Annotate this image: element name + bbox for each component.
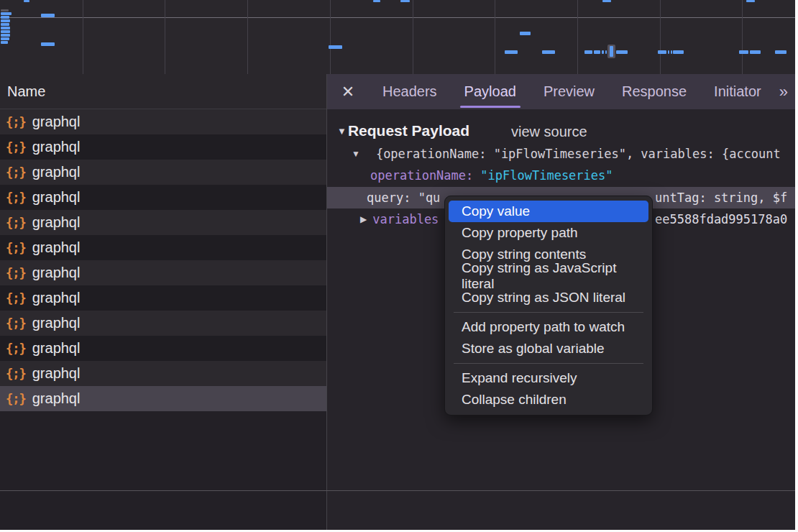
payload-preview-text: {operationName: "ipFlowTimeseries", vari…	[376, 147, 781, 161]
variables-text-after-menu: ee5588fdad995178a0	[655, 212, 787, 226]
tab-response[interactable]: Response	[613, 74, 695, 109]
menu-item-expand-recursively[interactable]: Expand recursively	[449, 367, 648, 389]
request-timing-bar	[1, 34, 10, 37]
more-tabs-icon[interactable]: »	[779, 83, 786, 101]
request-timing-bar	[605, 50, 607, 54]
menu-item-copy-value[interactable]: Copy value	[449, 201, 648, 222]
timeline-gridline	[330, 0, 331, 74]
tab-payload[interactable]: Payload	[456, 74, 525, 109]
request-timing-bar	[1, 19, 10, 22]
request-timing-bar	[1, 12, 12, 15]
network-request-row[interactable]: {;}graphql	[0, 235, 326, 260]
request-timing-bar	[41, 14, 55, 17]
request-timing-bar	[400, 0, 410, 2]
request-timing-bar	[505, 50, 518, 54]
menu-item-copy-property-path[interactable]: Copy property path	[449, 222, 648, 244]
tab-preview[interactable]: Preview	[535, 74, 603, 109]
request-name: graphql	[32, 340, 81, 357]
json-request-icon: {;}	[0, 341, 32, 356]
request-name: graphql	[32, 139, 81, 155]
request-timing-bar	[750, 50, 761, 54]
request-name: graphql	[32, 189, 81, 206]
network-overview-timeline[interactable]	[0, 0, 795, 75]
network-request-row[interactable]: {;}graphql	[0, 260, 326, 285]
request-timing-bar	[602, 50, 604, 54]
operation-name-row[interactable]: operationName: "ipFlowTimeseries"	[327, 166, 795, 185]
screenshot-background: Name {;}graphql{;}graphql{;}graphql{;}gr…	[0, 0, 798, 532]
request-name: graphql	[32, 365, 81, 382]
json-request-icon: {;}	[0, 165, 32, 180]
menu-separator	[454, 312, 643, 313]
menu-item-copy-string-as-javascript-literal[interactable]: Copy string as JavaScript literal	[449, 265, 648, 287]
request-timing-bar	[610, 46, 613, 57]
collapse-arrow-icon[interactable]: ▶	[360, 214, 367, 224]
request-timing-bar	[616, 50, 628, 54]
json-request-icon: {;}	[0, 291, 32, 306]
name-column-header[interactable]: Name	[0, 74, 326, 109]
request-name: graphql	[32, 214, 81, 231]
request-timing-bar	[658, 50, 666, 54]
request-timing-bar	[584, 50, 592, 54]
network-request-row[interactable]: {;}graphql	[0, 386, 326, 411]
network-request-row[interactable]: {;}graphql	[0, 361, 326, 386]
request-timing-bar	[1, 41, 8, 44]
right-footer	[654, 491, 795, 530]
context-menu: Copy valueCopy property pathCopy string …	[444, 196, 653, 416]
network-request-row[interactable]: {;}graphql	[0, 285, 326, 311]
network-request-row[interactable]: {;}graphql	[0, 109, 326, 134]
request-timing-bar	[41, 42, 55, 46]
request-timing-bar	[1, 23, 9, 26]
close-icon[interactable]: ✕	[337, 83, 359, 101]
request-timing-bar	[1, 37, 9, 40]
json-request-icon: {;}	[0, 115, 32, 129]
menu-item-store-as-global-variable[interactable]: Store as global variable	[449, 338, 648, 359]
network-request-row[interactable]: {;}graphql	[0, 185, 326, 210]
network-request-panel: Name {;}graphql{;}graphql{;}graphql{;}gr…	[0, 74, 326, 530]
request-timing-bar	[673, 50, 684, 54]
tab-headers[interactable]: Headers	[374, 74, 446, 109]
timeline-gridline	[660, 0, 661, 74]
json-request-icon: {;}	[0, 191, 32, 205]
details-tab-bar: ✕ HeadersPayloadPreviewResponseInitiator…	[327, 74, 795, 109]
request-timing-bar	[775, 50, 786, 54]
request-timing-bar	[520, 32, 531, 35]
network-request-row[interactable]: {;}graphql	[0, 336, 326, 361]
request-timing-bar	[1, 16, 9, 19]
network-request-row[interactable]: {;}graphql	[0, 210, 326, 235]
menu-item-collapse-children[interactable]: Collapse children	[449, 389, 648, 411]
expand-arrow-icon[interactable]: ▼	[352, 149, 360, 159]
overview-divider-line	[0, 17, 795, 18]
timeline-gridline	[165, 0, 165, 74]
network-request-row[interactable]: {;}graphql	[0, 160, 326, 185]
network-request-row[interactable]: {;}graphql	[0, 134, 326, 160]
network-request-row[interactable]: {;}graphql	[0, 311, 326, 336]
request-timing-bar	[1, 27, 10, 29]
variables-key: variables	[372, 212, 439, 226]
request-name: graphql	[32, 114, 81, 130]
section-disclosure-icon[interactable]: ▼	[337, 126, 347, 137]
request-timing-bar	[542, 50, 555, 54]
tab-initiator[interactable]: Initiator	[705, 74, 770, 109]
json-request-icon: {;}	[0, 241, 32, 255]
request-list: {;}graphql{;}graphql{;}graphql{;}graphql…	[0, 109, 326, 411]
request-name: graphql	[32, 290, 81, 306]
name-column-label: Name	[0, 83, 45, 100]
view-source-link[interactable]: view source	[511, 124, 587, 140]
request-timing-bar	[594, 50, 600, 54]
request-timing-bar	[1, 9, 9, 12]
json-request-icon: {;}	[0, 392, 32, 406]
query-text-before-menu: query: "qu	[367, 191, 440, 205]
request-name: graphql	[32, 164, 81, 180]
footer-divider-line	[0, 490, 795, 491]
payload-section-header[interactable]: ▼ Request Payload	[327, 121, 469, 140]
menu-item-copy-string-as-json-literal[interactable]: Copy string as JSON literal	[449, 287, 648, 308]
timeline-gridline	[742, 0, 743, 74]
request-timing-bar	[24, 0, 29, 2]
payload-preview-row[interactable]: ▼ {operationName: "ipFlowTimeseries", va…	[327, 145, 795, 163]
menu-item-add-property-path-to-watch[interactable]: Add property path to watch	[449, 316, 648, 338]
request-name: graphql	[32, 315, 81, 331]
timeline-gridline	[413, 0, 413, 74]
request-timing-bar	[1, 30, 10, 33]
devtools-window: Name {;}graphql{;}graphql{;}graphql{;}gr…	[0, 0, 795, 530]
property-value: "ipFlowTimeseries"	[480, 168, 613, 183]
